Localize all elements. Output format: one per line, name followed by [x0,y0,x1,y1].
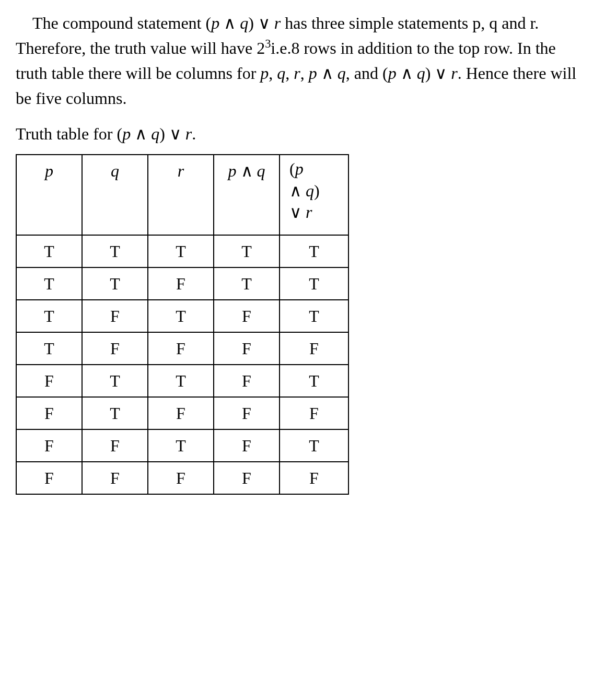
op-and: ∧ [237,161,257,180]
table-caption: Truth table for (p ∧ q) ∨ r. [16,121,577,146]
var-q: q [151,124,159,143]
table-cell: F [16,429,82,462]
table-cell: F [148,267,214,300]
table-cell: T [16,332,82,365]
table-cell: T [16,235,82,267]
var-q: q [277,64,285,83]
table-cell: T [82,267,148,300]
table-cell: T [148,365,214,397]
table-row: TTFTT [16,267,348,300]
table-cell: F [214,300,280,332]
period: . [192,124,196,143]
table-cell: F [214,332,280,365]
table-cell: F [82,462,148,494]
op-and: ∧ [289,181,306,200]
op-or: ∨ [289,203,306,221]
table-cell: T [16,300,82,332]
table-cell: T [280,365,348,397]
var-q: q [240,14,248,32]
table-cell: T [148,429,214,462]
comma: , [285,64,294,83]
table-cell: F [280,332,348,365]
text: ) ∨ [248,14,274,32]
table-row: FTTFT [16,365,348,397]
table-row: TFFFF [16,332,348,365]
table-cell: F [16,397,82,429]
table-cell: F [214,397,280,429]
table-cell: F [214,429,280,462]
var-p: p [228,161,237,180]
var-p: p [211,14,219,32]
table-cell: F [148,397,214,429]
table-cell: F [148,462,214,494]
text: Truth table for ( [16,124,122,143]
comma: , [300,64,309,83]
table-cell: T [16,267,82,300]
table-cell: T [280,300,348,332]
table-cell: F [280,397,348,429]
table-cell: T [280,267,348,300]
exponent: 3 [265,37,271,50]
table-cell: T [82,365,148,397]
paren-open: ( [289,159,295,178]
op-and: ∧ [317,64,338,83]
col-header-r: r [148,155,214,235]
table-cell: F [16,462,82,494]
table-row: FFTFT [16,429,348,462]
text: ) ∨ [159,124,185,143]
var-p: p [122,124,131,143]
op-and: ∧ [131,124,151,143]
table-cell: T [82,397,148,429]
var-r: r [185,124,192,143]
var-p: p [295,159,304,178]
table-cell: T [280,429,348,462]
explanation-paragraph: The compound statement (p ∧ q) ∨ r has t… [16,10,577,111]
var-q: q [338,64,346,83]
var-q: q [257,161,265,180]
table-cell: F [82,429,148,462]
table-cell: T [82,235,148,267]
table-cell: F [148,332,214,365]
var-p: p [260,64,269,83]
var-r: r [294,64,300,83]
table-cell: F [280,462,348,494]
table-cell: F [214,365,280,397]
truth-table: p q r p ∧ q (p ∧ q) ∨ r TTTTTTTFTTTFTFTT… [16,154,349,495]
var-p: p [388,64,397,83]
var-r: r [451,64,457,83]
table-body: TTTTTTTFTTTFTFTTFFFFFTTFTFTFFFFFTFTFFFFF [16,235,348,494]
table-cell: F [82,332,148,365]
text: , and ( [346,64,388,83]
paren-close: ) [314,181,320,200]
comma: , [269,64,277,83]
col-header-p-and-q: p ∧ q [214,155,280,235]
table-row: TFTFT [16,300,348,332]
var-q: q [306,181,314,200]
table-row: FFFFF [16,462,348,494]
table-header-row: p q r p ∧ q (p ∧ q) ∨ r [16,155,348,235]
var-r: r [274,14,281,32]
table-row: FTFFF [16,397,348,429]
table-cell: T [214,267,280,300]
table-cell: T [148,300,214,332]
table-cell: F [82,300,148,332]
col-header-q: q [82,155,148,235]
table-cell: F [16,365,82,397]
table-cell: T [214,235,280,267]
var-r: r [306,203,312,221]
table-row: TTTTT [16,235,348,267]
table-cell: T [280,235,348,267]
col-header-p: p [16,155,82,235]
col-header-result: (p ∧ q) ∨ r [280,155,348,235]
table-cell: T [148,235,214,267]
op-and: ∧ [397,64,417,83]
var-p: p [309,64,317,83]
var-q: q [417,64,425,83]
table-cell: F [214,462,280,494]
op-and: ∧ [219,14,240,32]
text: The compound statement ( [32,14,211,32]
text: ) ∨ [425,64,451,83]
